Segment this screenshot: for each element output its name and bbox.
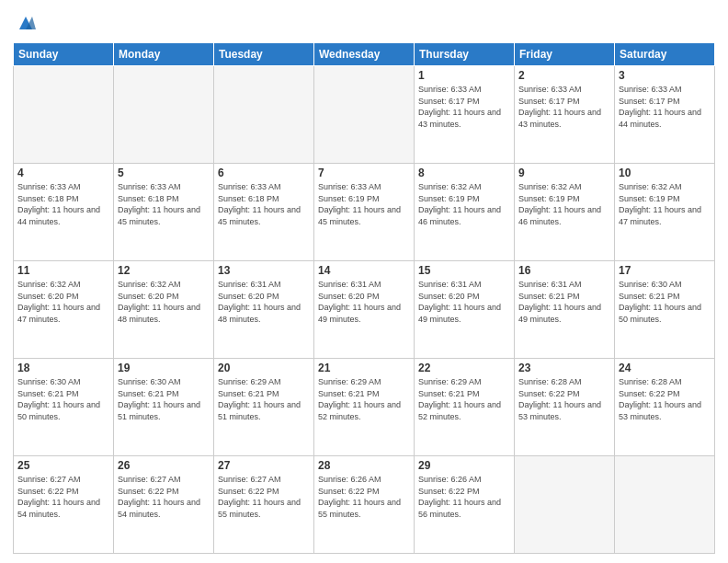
day-number: 17 (619, 264, 711, 277)
calendar-cell: 16Sunrise: 6:31 AM Sunset: 6:21 PM Dayli… (515, 261, 615, 359)
day-number: 25 (17, 459, 109, 472)
day-info: Sunrise: 6:26 AM Sunset: 6:22 PM Dayligh… (318, 474, 410, 520)
day-info: Sunrise: 6:33 AM Sunset: 6:17 PM Dayligh… (418, 84, 510, 130)
day-info: Sunrise: 6:28 AM Sunset: 6:22 PM Dayligh… (619, 376, 711, 422)
day-info: Sunrise: 6:27 AM Sunset: 6:22 PM Dayligh… (118, 474, 210, 520)
calendar-cell: 18Sunrise: 6:30 AM Sunset: 6:21 PM Dayli… (14, 359, 114, 456)
day-info: Sunrise: 6:33 AM Sunset: 6:17 PM Dayligh… (619, 84, 711, 130)
day-info: Sunrise: 6:29 AM Sunset: 6:21 PM Dayligh… (218, 376, 310, 422)
calendar-cell: 12Sunrise: 6:32 AM Sunset: 6:20 PM Dayli… (114, 261, 214, 359)
calendar-cell: 21Sunrise: 6:29 AM Sunset: 6:21 PM Dayli… (314, 359, 415, 456)
calendar-cell: 13Sunrise: 6:31 AM Sunset: 6:20 PM Dayli… (214, 261, 314, 359)
day-number: 26 (118, 459, 210, 472)
day-info: Sunrise: 6:30 AM Sunset: 6:21 PM Dayligh… (17, 376, 109, 422)
weekday-header-sunday: Sunday (14, 43, 114, 66)
day-number: 16 (518, 264, 610, 277)
calendar-week-2: 4Sunrise: 6:33 AM Sunset: 6:18 PM Daylig… (14, 164, 715, 261)
calendar-week-5: 25Sunrise: 6:27 AM Sunset: 6:22 PM Dayli… (14, 456, 715, 554)
day-number: 7 (318, 167, 410, 179)
day-number: 9 (518, 167, 610, 179)
calendar-cell: 4Sunrise: 6:33 AM Sunset: 6:18 PM Daylig… (14, 164, 114, 261)
day-number: 6 (218, 167, 310, 179)
day-number: 23 (518, 362, 610, 374)
day-number: 8 (418, 167, 510, 179)
day-info: Sunrise: 6:33 AM Sunset: 6:18 PM Dayligh… (218, 181, 310, 227)
day-number: 3 (619, 69, 711, 82)
day-info: Sunrise: 6:32 AM Sunset: 6:20 PM Dayligh… (118, 279, 210, 325)
day-info: Sunrise: 6:31 AM Sunset: 6:21 PM Dayligh… (518, 279, 610, 325)
day-info: Sunrise: 6:27 AM Sunset: 6:22 PM Dayligh… (218, 474, 310, 520)
day-number: 21 (318, 362, 410, 374)
day-info: Sunrise: 6:33 AM Sunset: 6:18 PM Dayligh… (118, 181, 210, 227)
weekday-header-tuesday: Tuesday (214, 43, 314, 66)
day-number: 28 (318, 459, 410, 472)
day-info: Sunrise: 6:28 AM Sunset: 6:22 PM Dayligh… (518, 376, 610, 422)
day-number: 19 (118, 362, 210, 374)
calendar-header-row: SundayMondayTuesdayWednesdayThursdayFrid… (14, 43, 715, 66)
calendar-cell: 3Sunrise: 6:33 AM Sunset: 6:17 PM Daylig… (615, 66, 715, 164)
weekday-header-wednesday: Wednesday (314, 43, 415, 66)
calendar-cell: 27Sunrise: 6:27 AM Sunset: 6:22 PM Dayli… (214, 456, 314, 554)
calendar-cell (14, 66, 114, 164)
day-info: Sunrise: 6:33 AM Sunset: 6:17 PM Dayligh… (518, 84, 610, 130)
logo-icon (16, 13, 36, 33)
weekday-header-monday: Monday (114, 43, 214, 66)
calendar-cell: 29Sunrise: 6:26 AM Sunset: 6:22 PM Dayli… (415, 456, 515, 554)
day-info: Sunrise: 6:33 AM Sunset: 6:19 PM Dayligh… (318, 181, 410, 227)
calendar-cell: 2Sunrise: 6:33 AM Sunset: 6:17 PM Daylig… (515, 66, 615, 164)
day-number: 20 (218, 362, 310, 374)
calendar-body: 1Sunrise: 6:33 AM Sunset: 6:17 PM Daylig… (14, 66, 715, 554)
calendar-cell: 20Sunrise: 6:29 AM Sunset: 6:21 PM Dayli… (214, 359, 314, 456)
day-info: Sunrise: 6:31 AM Sunset: 6:20 PM Dayligh… (218, 279, 310, 325)
calendar-cell: 11Sunrise: 6:32 AM Sunset: 6:20 PM Dayli… (14, 261, 114, 359)
day-number: 14 (318, 264, 410, 277)
day-info: Sunrise: 6:30 AM Sunset: 6:21 PM Dayligh… (118, 376, 210, 422)
day-number: 24 (619, 362, 711, 374)
day-number: 27 (218, 459, 310, 472)
day-number: 29 (418, 459, 510, 472)
day-info: Sunrise: 6:31 AM Sunset: 6:20 PM Dayligh… (418, 279, 510, 325)
calendar-week-3: 11Sunrise: 6:32 AM Sunset: 6:20 PM Dayli… (14, 261, 715, 359)
calendar-cell: 23Sunrise: 6:28 AM Sunset: 6:22 PM Dayli… (515, 359, 615, 456)
calendar-cell (114, 66, 214, 164)
calendar-cell (214, 66, 314, 164)
day-number: 13 (218, 264, 310, 277)
day-number: 11 (17, 264, 109, 277)
calendar-cell (515, 456, 615, 554)
day-number: 4 (17, 167, 109, 179)
day-info: Sunrise: 6:32 AM Sunset: 6:19 PM Dayligh… (418, 181, 510, 227)
calendar-cell (615, 456, 715, 554)
logo (13, 13, 36, 37)
day-info: Sunrise: 6:32 AM Sunset: 6:19 PM Dayligh… (619, 181, 711, 227)
calendar-table: SundayMondayTuesdayWednesdayThursdayFrid… (13, 42, 715, 554)
calendar-week-1: 1Sunrise: 6:33 AM Sunset: 6:17 PM Daylig… (14, 66, 715, 164)
day-number: 22 (418, 362, 510, 374)
calendar-cell (314, 66, 415, 164)
calendar-week-4: 18Sunrise: 6:30 AM Sunset: 6:21 PM Dayli… (14, 359, 715, 456)
day-info: Sunrise: 6:26 AM Sunset: 6:22 PM Dayligh… (418, 474, 510, 520)
calendar-cell: 6Sunrise: 6:33 AM Sunset: 6:18 PM Daylig… (214, 164, 314, 261)
page: SundayMondayTuesdayWednesdayThursdayFrid… (0, 0, 728, 563)
day-info: Sunrise: 6:27 AM Sunset: 6:22 PM Dayligh… (17, 474, 109, 520)
day-number: 2 (518, 69, 610, 82)
calendar-cell: 26Sunrise: 6:27 AM Sunset: 6:22 PM Dayli… (114, 456, 214, 554)
calendar-cell: 28Sunrise: 6:26 AM Sunset: 6:22 PM Dayli… (314, 456, 415, 554)
day-number: 10 (619, 167, 711, 179)
calendar-cell: 15Sunrise: 6:31 AM Sunset: 6:20 PM Dayli… (415, 261, 515, 359)
calendar-cell: 19Sunrise: 6:30 AM Sunset: 6:21 PM Dayli… (114, 359, 214, 456)
weekday-header-friday: Friday (515, 43, 615, 66)
weekday-header-saturday: Saturday (615, 43, 715, 66)
calendar-cell: 22Sunrise: 6:29 AM Sunset: 6:21 PM Dayli… (415, 359, 515, 456)
day-number: 15 (418, 264, 510, 277)
day-number: 1 (418, 69, 510, 82)
day-number: 12 (118, 264, 210, 277)
calendar-cell: 7Sunrise: 6:33 AM Sunset: 6:19 PM Daylig… (314, 164, 415, 261)
day-info: Sunrise: 6:29 AM Sunset: 6:21 PM Dayligh… (318, 376, 410, 422)
calendar-cell: 1Sunrise: 6:33 AM Sunset: 6:17 PM Daylig… (415, 66, 515, 164)
calendar-cell: 24Sunrise: 6:28 AM Sunset: 6:22 PM Dayli… (615, 359, 715, 456)
weekday-header-thursday: Thursday (415, 43, 515, 66)
calendar-cell: 5Sunrise: 6:33 AM Sunset: 6:18 PM Daylig… (114, 164, 214, 261)
day-info: Sunrise: 6:32 AM Sunset: 6:19 PM Dayligh… (518, 181, 610, 227)
calendar-cell: 14Sunrise: 6:31 AM Sunset: 6:20 PM Dayli… (314, 261, 415, 359)
calendar-cell: 9Sunrise: 6:32 AM Sunset: 6:19 PM Daylig… (515, 164, 615, 261)
